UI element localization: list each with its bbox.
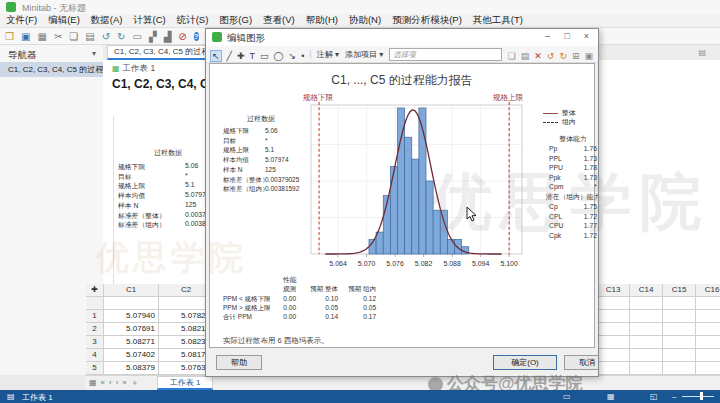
menu-item-2[interactable]: 数据(A) — [91, 14, 123, 27]
save-icon[interactable]: ▣ — [21, 31, 30, 42]
print-icon[interactable]: ▦ — [37, 31, 46, 42]
menu-item-6[interactable]: 查看(V) — [263, 14, 295, 27]
help-icon[interactable]: ? — [194, 32, 199, 41]
zoom-slider-knob[interactable] — [700, 392, 703, 400]
undo-edit-icon[interactable]: ↺ — [547, 51, 555, 61]
zoom-slider-track[interactable] — [682, 396, 714, 397]
rectangle-tool-icon[interactable]: ▭ — [260, 51, 269, 61]
data-cell[interactable] — [597, 310, 630, 323]
maximize-icon[interactable]: □ — [565, 31, 570, 41]
data-cell[interactable] — [630, 297, 663, 310]
zoom-out-icon[interactable]: – — [672, 392, 676, 401]
menu-item-1[interactable]: 编辑(E) — [48, 14, 80, 27]
data-cell[interactable] — [663, 310, 696, 323]
annotation-dropdown[interactable]: 注解 ▾ — [317, 49, 339, 60]
column-header-C1[interactable]: C1 — [104, 284, 159, 297]
row-number-cell[interactable]: 3 — [86, 336, 104, 349]
data-cell[interactable] — [663, 336, 696, 349]
column-header-C13[interactable]: C13 — [597, 284, 630, 297]
row-name-header[interactable] — [86, 297, 104, 310]
sheet-nav-icons[interactable]: ▦«‹›»＋ — [89, 377, 143, 388]
point-tool-icon[interactable]: • — [301, 51, 304, 61]
view-split-icon[interactable]: ◱ — [650, 392, 658, 401]
cancel-button[interactable]: 取消 — [564, 355, 599, 370]
row-number-cell[interactable]: 4 — [86, 349, 104, 362]
view-grid-icon[interactable]: ▦ — [607, 392, 615, 401]
paste-icon[interactable]: ▤ — [85, 31, 94, 42]
data-cell[interactable] — [597, 297, 630, 310]
menu-item-0[interactable]: 文件(F) — [6, 14, 37, 27]
crosshair-tool-icon[interactable]: ✚ — [237, 51, 245, 61]
graph-canvas[interactable]: C1, ..., C5 的过程能力报告 规格下限 规格上限 5.0645.070… — [209, 63, 595, 348]
chevron-down-icon[interactable]: ▾ — [92, 49, 96, 58]
worksheet-chip[interactable]: ▦工作表 1 — [112, 63, 155, 75]
data-cell[interactable] — [630, 349, 663, 362]
data-cell[interactable]: 5.08379 — [104, 362, 159, 375]
cut-icon[interactable]: ✂ — [54, 31, 62, 42]
data-cell[interactable] — [696, 349, 720, 362]
row-number-cell[interactable]: 2 — [86, 323, 104, 336]
delete-item-icon[interactable]: ✕ — [534, 51, 542, 61]
dialog-recall-icon[interactable]: ▭ — [132, 31, 141, 42]
data-cell[interactable] — [597, 323, 630, 336]
pane-menu-icon[interactable]: ▤ — [698, 48, 706, 57]
session-icon[interactable]: ▟ — [164, 31, 172, 42]
menu-item-9[interactable]: 预测分析模块(P) — [392, 14, 462, 27]
text-tool-icon[interactable]: T — [250, 51, 256, 61]
menu-item-7[interactable]: 帮助(H) — [306, 14, 338, 27]
close-icon[interactable]: × — [584, 31, 589, 41]
help-button[interactable]: 帮助 — [216, 355, 262, 370]
minimize-icon[interactable]: – — [545, 31, 550, 41]
copy-item-icon[interactable]: ❏ — [508, 51, 516, 61]
ok-button[interactable]: 确定(O) — [493, 355, 557, 370]
line-tool-icon[interactable]: ╱ — [227, 51, 232, 61]
copy-icon[interactable]: ❏ — [69, 31, 78, 42]
column-header-C14[interactable]: C14 — [630, 284, 663, 297]
data-cell[interactable] — [597, 336, 630, 349]
data-cell[interactable] — [663, 349, 696, 362]
menu-item-3[interactable]: 计算(C) — [133, 14, 165, 27]
arrow-tool-icon[interactable]: ↘ — [289, 51, 297, 61]
redo-edit-icon[interactable]: ↻ — [559, 51, 567, 61]
column-header-C15[interactable]: C15 — [663, 284, 696, 297]
data-cell[interactable] — [663, 323, 696, 336]
redo-icon[interactable]: ↻ — [117, 31, 125, 42]
data-cell[interactable] — [597, 349, 630, 362]
data-cell[interactable] — [630, 362, 663, 375]
row-number-cell[interactable]: 1 — [86, 310, 104, 323]
data-cell[interactable] — [597, 362, 630, 375]
cancel-icon[interactable]: ⊘ — [178, 31, 186, 42]
column-header-C16[interactable]: C16 — [696, 284, 720, 297]
view-report-icon[interactable]: ▭ — [563, 392, 571, 401]
data-cell[interactable] — [696, 297, 720, 310]
ellipse-tool-icon[interactable]: ◯ — [274, 51, 284, 61]
menu-item-10[interactable]: 其他工具(T) — [473, 14, 523, 27]
graph-icon[interactable]: ▞ — [149, 31, 157, 42]
data-cell[interactable] — [696, 336, 720, 349]
navigator-item-capability-report[interactable]: C1, C2, C3, C4, C5 的过程能... — [0, 62, 103, 77]
add-item-dropdown[interactable]: 添加项目 ▾ — [345, 49, 383, 60]
menu-item-4[interactable]: 统计(S) — [177, 14, 209, 27]
data-cell[interactable] — [663, 297, 696, 310]
menu-item-5[interactable]: 图形(G) — [219, 14, 252, 27]
fit-icon[interactable]: ▣ — [584, 51, 593, 61]
data-cell[interactable] — [696, 362, 720, 375]
crop-icon[interactable]: ⊞ — [572, 51, 580, 61]
data-cell[interactable]: 5.07691 — [104, 323, 159, 336]
name-cell[interactable] — [104, 297, 159, 310]
data-cell[interactable] — [663, 362, 696, 375]
data-cell[interactable]: 5.07940 — [104, 310, 159, 323]
data-cell[interactable] — [630, 336, 663, 349]
data-cell[interactable] — [630, 323, 663, 336]
grid-corner-cell[interactable]: ✚ — [86, 284, 104, 297]
paste-item-icon[interactable]: ▤ — [521, 51, 530, 61]
item-select-combobox[interactable]: 选择项 — [389, 48, 502, 61]
data-cell[interactable] — [696, 323, 720, 336]
undo-icon[interactable]: ↺ — [102, 31, 110, 42]
menu-item-8[interactable]: 协助(N) — [349, 14, 381, 27]
select-tool-icon[interactable]: ↖ — [210, 50, 222, 62]
data-cell[interactable]: 5.08271 — [104, 336, 159, 349]
open-folder-icon[interactable]: ❐ — [5, 31, 14, 42]
row-number-cell[interactable]: 5 — [86, 362, 104, 375]
data-cell[interactable] — [630, 310, 663, 323]
